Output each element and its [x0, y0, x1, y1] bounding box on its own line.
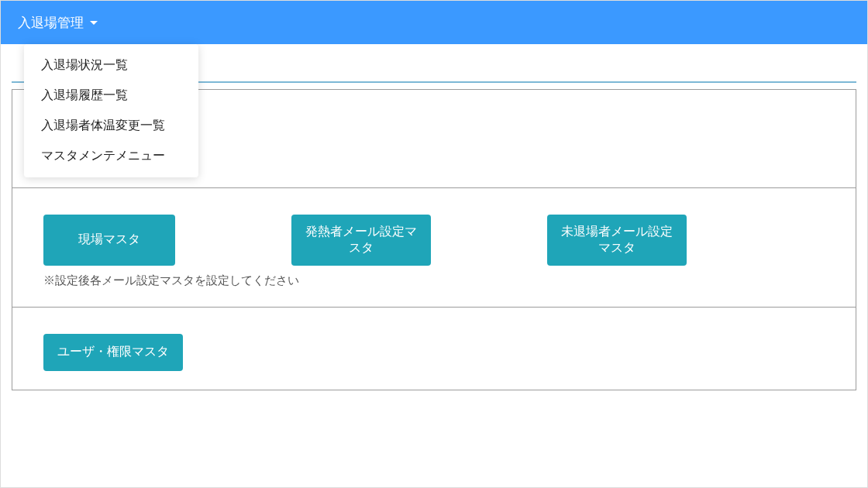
- fever-mail-master-button[interactable]: 発熱者メール設定マスタ: [291, 215, 431, 266]
- unexited-mail-master-button[interactable]: 未退場者メール設定マスタ: [547, 215, 687, 266]
- nav-menu-label: 入退場管理: [18, 14, 84, 32]
- nav-menu-admission[interactable]: 入退場管理: [18, 14, 98, 32]
- section-user: ユーザ・権限マスタ: [12, 308, 856, 390]
- caret-down-icon: [90, 21, 98, 25]
- site-master-button[interactable]: 現場マスタ: [43, 215, 175, 266]
- user-auth-master-button[interactable]: ユーザ・権限マスタ: [43, 334, 183, 371]
- dropdown-menu: 入退場状況一覧 入退場履歴一覧 入退場者体温変更一覧 マスタメンテメニュー: [24, 44, 198, 177]
- site-hint-text: ※設定後各メール設定マスタを設定してください: [43, 273, 825, 288]
- section-site: 現場マスタ 発熱者メール設定マスタ 未退場者メール設定マスタ ※設定後各メール設…: [12, 188, 856, 308]
- dropdown-item-master-maintenance[interactable]: マスタメンテメニュー: [24, 141, 198, 171]
- navbar: 入退場管理 入退場状況一覧 入退場履歴一覧 入退場者体温変更一覧 マスタメンテメ…: [1, 1, 867, 44]
- dropdown-item-history-list[interactable]: 入退場履歴一覧: [24, 81, 198, 111]
- dropdown-item-status-list[interactable]: 入退場状況一覧: [24, 50, 198, 81]
- dropdown-item-temperature-list[interactable]: 入退場者体温変更一覧: [24, 111, 198, 141]
